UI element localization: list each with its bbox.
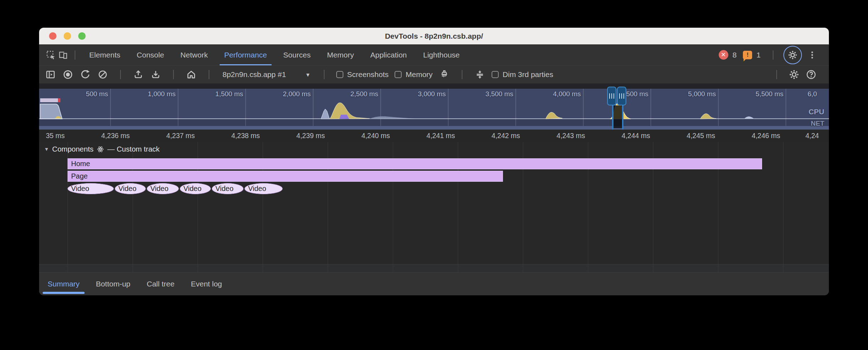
flame-gridline: [783, 142, 783, 272]
toolbar-right-cluster: [771, 69, 823, 80]
checkbox-label: Dim 3rd parties: [503, 70, 553, 79]
warning-count[interactable]: 1: [756, 51, 761, 59]
bottom-tab-call-tree[interactable]: Call tree: [147, 280, 175, 288]
checkbox-label: Memory: [406, 70, 433, 79]
settings-gear-button[interactable]: [783, 46, 802, 64]
warning-icon[interactable]: !: [743, 51, 752, 59]
error-count[interactable]: 8: [733, 51, 737, 59]
clear-icon[interactable]: [97, 69, 108, 80]
net-lane-label: NET: [811, 120, 824, 127]
selection-shade: [614, 105, 622, 128]
title-bar: DevTools - 8p2n9n.csb.app/: [39, 28, 829, 44]
window-title: DevTools - 8p2n9n.csb.app/: [385, 32, 483, 40]
reload-icon[interactable]: [80, 69, 91, 80]
track-bar-video[interactable]: Video: [245, 183, 283, 194]
minimize-window-button[interactable]: [64, 32, 71, 40]
overview-ruler-label: 1,000 ms: [119, 90, 176, 98]
collapse-icon[interactable]: [474, 69, 486, 80]
tab-memory[interactable]: Memory: [319, 44, 362, 65]
tab-network[interactable]: Network: [172, 44, 216, 65]
gc-brush-icon[interactable]: [439, 69, 450, 80]
main-tabs: ElementsConsoleNetworkPerformanceSources…: [81, 44, 468, 65]
divider: [209, 70, 209, 79]
track-title-suffix: — Custom track: [107, 145, 160, 153]
detail-ruler-label: 4,237 ms: [138, 132, 195, 140]
detail-ruler-label: 4,24: [805, 132, 829, 140]
tab-console[interactable]: Console: [129, 44, 172, 65]
help-icon[interactable]: [805, 69, 817, 80]
track-bar-video[interactable]: Video: [68, 183, 114, 194]
detail-ruler-label: 4,245 ms: [658, 132, 715, 140]
memory-checkbox[interactable]: Memory: [395, 70, 433, 79]
detail-ruler-label: 35 ms: [39, 132, 65, 140]
collapse-triangle-icon[interactable]: ▼: [44, 146, 49, 152]
chevron-down-icon: ▼: [305, 72, 311, 78]
detail-ruler-label: 4,240 ms: [333, 132, 390, 140]
tab-lighthouse[interactable]: Lighthouse: [415, 44, 468, 65]
track-bar-home[interactable]: Home: [68, 158, 762, 169]
track-bar-video[interactable]: Video: [212, 183, 243, 194]
detail-ruler-label: 4,238 ms: [203, 132, 260, 140]
components-track-header[interactable]: ▼ Components — Custom track: [44, 145, 160, 153]
react-atom-icon: [97, 146, 104, 153]
detail-ruler-label: 4,243 ms: [528, 132, 585, 140]
target-selector[interactable]: 8p2n9n.csb.app #1 ▼: [223, 70, 311, 79]
device-toolbar-icon[interactable]: [57, 49, 69, 61]
bottom-tab-event-log[interactable]: Event log: [191, 280, 222, 288]
gear-icon[interactable]: [788, 69, 800, 80]
cpu-lane-label: CPU: [809, 108, 824, 116]
tab-application[interactable]: Application: [362, 44, 415, 65]
track-bar-video[interactable]: Video: [180, 183, 211, 194]
dim-3rd-parties-checkbox[interactable]: Dim 3rd parties: [492, 70, 553, 79]
zoom-window-button[interactable]: [78, 32, 86, 40]
detail-ruler-label: 4,241 ms: [398, 132, 455, 140]
checkbox-box[interactable]: [395, 71, 402, 78]
selection-left-handle[interactable]: [607, 87, 616, 105]
home-icon[interactable]: [186, 69, 197, 80]
selection-right-handle[interactable]: [617, 87, 626, 105]
screenshots-checkbox[interactable]: Screenshots: [336, 70, 389, 79]
detail-ruler-label: 4,242 ms: [463, 132, 520, 140]
overview-ruler-label: 5,000 ms: [659, 90, 716, 98]
checkbox-box[interactable]: [492, 71, 499, 78]
overview-ruler-label: 6,0: [808, 90, 829, 98]
error-icon[interactable]: ✕: [719, 50, 728, 60]
download-icon[interactable]: [150, 69, 161, 80]
record-icon[interactable]: [62, 69, 74, 80]
tab-sources[interactable]: Sources: [275, 44, 319, 65]
tab-performance[interactable]: Performance: [216, 44, 275, 65]
detail-ruler-label: 4,244 ms: [593, 132, 650, 140]
overview-ruler-label: 2,500 ms: [321, 90, 378, 98]
overview-ruler-label: 5,500 ms: [727, 90, 783, 98]
divider: [773, 50, 773, 60]
timeline-overview[interactable]: 500 ms1,000 ms1,500 ms2,000 ms2,500 ms3,…: [39, 89, 829, 130]
toolbar-minimap-gap: [39, 83, 829, 89]
overview-ruler-label: 1,500 ms: [186, 90, 243, 98]
overview-ruler-label: 4,000 ms: [524, 90, 581, 98]
devtools-window: DevTools - 8p2n9n.csb.app/ ElementsConso…: [39, 28, 829, 295]
close-window-button[interactable]: [49, 32, 57, 40]
track-bar-page[interactable]: Page: [68, 171, 503, 182]
detail-ruler-label: 4,239 ms: [268, 132, 325, 140]
divider: [776, 70, 777, 79]
horizontal-scroll-strip[interactable]: [39, 264, 829, 272]
main-tab-bar: ElementsConsoleNetworkPerformanceSources…: [39, 44, 829, 66]
tab-elements[interactable]: Elements: [81, 44, 129, 65]
track-bar-video[interactable]: Video: [115, 183, 146, 194]
overview-ruler-label: 2,000 ms: [254, 90, 311, 98]
performance-toolbar: 8p2n9n.csb.app #1 ▼ Screenshots Memory: [39, 66, 829, 83]
panel-left-icon[interactable]: [45, 69, 56, 80]
detail-ruler-label: 4,236 ms: [73, 132, 130, 140]
flame-chart-area[interactable]: ▼ Components — Custom track HomePageVide…: [39, 142, 829, 272]
inspect-icon[interactable]: [45, 49, 57, 61]
detail-time-ruler: 35 ms4,236 ms4,237 ms4,238 ms4,239 ms4,2…: [39, 130, 829, 142]
overview-ruler-label: 3,500 ms: [456, 90, 513, 98]
traffic-lights: [49, 28, 86, 44]
overview-ruler-label: 500 ms: [51, 90, 108, 98]
track-bar-video[interactable]: Video: [147, 183, 179, 194]
kebab-menu-icon[interactable]: [806, 49, 818, 61]
upload-icon[interactable]: [133, 69, 144, 80]
checkbox-box[interactable]: [336, 71, 343, 78]
bottom-tab-summary[interactable]: Summary: [48, 280, 80, 288]
bottom-tab-bottom-up[interactable]: Bottom-up: [96, 280, 130, 288]
